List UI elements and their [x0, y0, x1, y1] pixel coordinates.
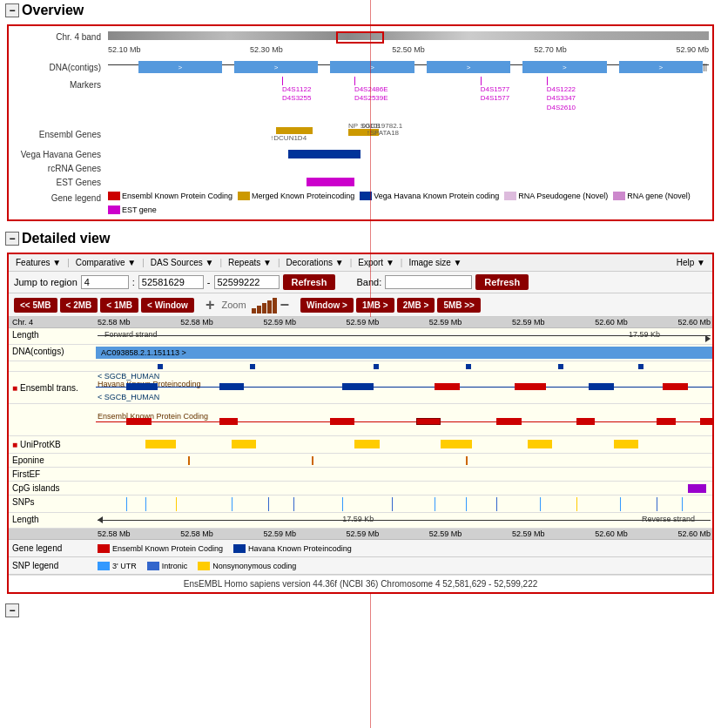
ensembl-coding-label: Ensembl Known Protein Coding — [98, 412, 208, 421]
snp-legend-intronic: Intronic — [147, 562, 188, 570]
ensembl-trans-track-2: Ensembl Known Protein Coding — [9, 404, 712, 436]
chr-band-track: Chr. 4 band — [12, 30, 709, 44]
decorations-menu[interactable]: Decorations ▼ — [283, 256, 347, 269]
das-sources-menu[interactable]: DAS Sources ▼ — [147, 256, 218, 269]
uniprot-track: ■ UniProtKB — [9, 436, 712, 454]
toolbar: Features ▼ | Comparative ▼ | DAS Sources… — [9, 254, 712, 272]
detail-legend-ensembl: Ensembl Known Protein Coding — [98, 544, 223, 553]
scale-52-70: 52.70 Mb — [534, 45, 567, 54]
est-genes-label: EST Genes — [12, 178, 108, 187]
length-label: Length — [9, 328, 96, 344]
ensembl-genes-label: Ensembl Genes — [12, 130, 108, 139]
nav-5mb-left[interactable]: << 5MB — [14, 298, 57, 313]
legend-ensembl-known: Ensembl Known Protein Coding — [108, 192, 232, 200]
gene-legend-track: Gene legend Ensembl Known Protein Coding… — [12, 192, 709, 214]
detail-snp-legend: SNP legend 3' UTR Intronic Nonsynonymous… — [9, 557, 712, 575]
scale-52-30: 52.30 Mb — [250, 45, 283, 54]
length-track: Length Forward strand 17.59 Kb — [9, 328, 712, 345]
legend-est-gene: EST gene — [108, 206, 157, 214]
legend-vega-known: Vega Havana Known Protein coding — [360, 192, 499, 200]
dna-detail-label: DNA(contigs) — [9, 345, 96, 361]
scale-52-10: 52.10 Mb — [108, 45, 141, 54]
rcrna-track: rcRNA Genes — [12, 162, 709, 174]
dna-contigs-detail-track: DNA(contigs) AC093858.2.1.151113 > — [9, 345, 712, 361]
scale-track: 52.10 Mb 52.30 Mb 52.50 Mb 52.70 Mb 52.9… — [12, 45, 709, 57]
contig-name: AC093858.2.1.151113 > — [101, 348, 186, 357]
legend-rna-gene: RNA gene (Novel) — [613, 192, 691, 200]
top-scale: 52.58 Mb 52.58 Mb 52.59 Mb 52.59 Mb 52.5… — [96, 318, 712, 327]
overview-box: Chr. 4 band 52.10 Mb 52.30 Mb 52.50 Mb 5… — [7, 24, 714, 221]
cpg-track: CpG islands — [9, 482, 712, 495]
legend-merged-known: Merged Known Proteincoding — [238, 192, 354, 200]
markers-track: Markers D4S1122D4S3255 D4S2486ED4S2539E … — [12, 77, 709, 120]
rcrna-label: rcRNA Genes — [12, 164, 108, 173]
eponine-track: Eponine — [9, 454, 712, 468]
dna-contigs-label: DNA(contigs) — [12, 63, 108, 72]
nav-1mb-right[interactable]: 1MB > — [356, 298, 394, 313]
snp-label: SNPs — [9, 495, 96, 512]
dna-contigs-track: DNA(contigs) > > > > > — [12, 59, 709, 75]
vega-genes-track: Vega Havana Genes — [12, 148, 709, 160]
eponine-label: Eponine — [9, 454, 96, 467]
uniprot-label: ■ UniProtKB — [9, 436, 96, 453]
overview-title: Overview — [22, 3, 84, 18]
overview-toggle[interactable]: − — [5, 3, 19, 17]
bottom-toggle[interactable]: − — [5, 603, 19, 617]
nav-2mb-right[interactable]: 2MB > — [397, 298, 435, 313]
detailed-title: Detailed view — [22, 231, 110, 246]
length-reverse-track: Length Reverse strand 17.59 Kb — [9, 513, 712, 529]
nav-1mb-left[interactable]: < 1MB — [100, 298, 138, 313]
reverse-strand-label: Reverse strand — [642, 515, 695, 523]
detailed-toggle[interactable]: − — [5, 232, 19, 246]
nav-5mb-right[interactable]: 5MB >> — [437, 298, 481, 313]
bottom-scale: 52.58 Mb 52.58 Mb 52.59 Mb 52.59 Mb 52.5… — [96, 529, 712, 538]
chr-band-content — [108, 30, 709, 44]
snp-track: SNPs — [9, 495, 712, 513]
firstef-label: FirstEF — [9, 468, 96, 481]
nav-window-left[interactable]: < Window — [141, 298, 194, 313]
snp-legend-utr: 3' UTR — [98, 562, 137, 570]
ensembl-trans-label: ■ Ensembl trans. — [9, 372, 96, 403]
chr4-label: Chr. 4 — [9, 318, 96, 327]
firstef-track: FirstEF — [9, 468, 712, 482]
start-input[interactable] — [138, 275, 204, 289]
detailed-box: Features ▼ | Comparative ▼ | DAS Sources… — [7, 253, 714, 594]
length2-label: Length — [9, 513, 96, 528]
detail-snp-legend-label: SNP legend — [9, 559, 96, 572]
length2-val: 17.59 Kb — [342, 515, 374, 523]
forward-strand-label: Forward strand — [104, 330, 158, 339]
nav-2mb-left[interactable]: < 2MB — [60, 298, 98, 313]
band-label: Band: — [356, 277, 381, 287]
footer-text: EnsEMBL Homo sapiens version 44.36f (NCB… — [9, 575, 712, 592]
end-input[interactable] — [214, 275, 280, 289]
zoom-bar: << 5MB < 2MB < 1MB < Window + Zoom − Win… — [9, 293, 712, 317]
scale-52-90: 52.90 Mb — [676, 45, 709, 54]
chr-input[interactable] — [81, 275, 129, 289]
detail-legend-havana: Havana Known Proteincoding — [233, 544, 352, 553]
zoom-plus-icon[interactable]: + — [204, 297, 217, 313]
overview-header: − Overview — [0, 0, 721, 21]
image-size-menu[interactable]: Image size ▼ — [405, 256, 465, 269]
help-menu[interactable]: Help ▼ — [673, 256, 709, 269]
export-menu[interactable]: Export ▼ — [354, 256, 398, 269]
chr-band-label: Chr. 4 band — [12, 32, 108, 42]
markers-label: Markers — [12, 77, 108, 90]
comparative-menu[interactable]: Comparative ▼ — [72, 256, 139, 269]
sgcb-human-label-2: < SGCB_HUMAN — [98, 393, 159, 401]
scale-52-50: 52.50 Mb — [392, 45, 425, 54]
legend-rna-pseudo: RNA Pseudogene (Novel) — [504, 192, 608, 200]
zoom-bars — [252, 296, 277, 313]
bottom-scale-row: 52.58 Mb 52.58 Mb 52.59 Mb 52.59 Mb 52.5… — [9, 529, 712, 540]
zoom-minus-icon[interactable]: − — [279, 297, 292, 313]
ensembl-trans-track: ■ Ensembl trans. < SGCB_HUMAN Havana Kno… — [9, 372, 712, 404]
zoom-section: + Zoom − — [204, 296, 291, 313]
refresh-button-1[interactable]: Refresh — [283, 274, 336, 290]
jump-label: Jump to region — [14, 277, 77, 287]
vega-genes-label: Vega Havana Genes — [12, 150, 108, 159]
nav-window-right[interactable]: Window > — [300, 298, 354, 313]
band-input[interactable] — [385, 275, 472, 289]
refresh-button-2[interactable]: Refresh — [475, 274, 529, 290]
detail-gene-legend: Gene legend Ensembl Known Protein Coding… — [9, 540, 712, 557]
repeats-menu[interactable]: Repeats ▼ — [225, 256, 275, 269]
features-menu[interactable]: Features ▼ — [12, 256, 64, 269]
